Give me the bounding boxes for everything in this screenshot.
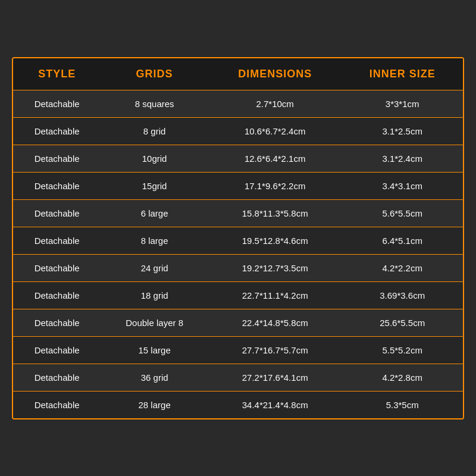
inner-size-cell: 4.2*2.8cm: [342, 364, 463, 391]
table-row: Detachable8 grid10.6*6.7*2.4cm3.1*2.5cm: [13, 117, 463, 145]
dimensions-cell: 22.4*14.8*5.8cm: [208, 309, 342, 336]
inner-size-cell: 6.4*5.1cm: [342, 227, 463, 254]
style-cell: Detachable: [13, 145, 101, 172]
inner-size-cell: 3.69*3.6cm: [342, 281, 463, 309]
grids-cell: 8 squares: [101, 90, 208, 117]
grids-cell: 15grid: [101, 172, 208, 199]
dimensions-cell: 10.6*6.7*2.4cm: [208, 117, 342, 145]
dimensions-cell: 27.7*16.7*5.7cm: [208, 336, 342, 364]
table-row: Detachable18 grid22.7*11.1*4.2cm3.69*3.6…: [13, 281, 463, 309]
inner-size-cell: 3.4*3.1cm: [342, 172, 463, 199]
dimensions-cell: 12.6*6.4*2.1cm: [208, 145, 342, 172]
grids-cell: 36 grid: [101, 364, 208, 391]
inner-size-cell: 25.6*5.5cm: [342, 309, 463, 336]
style-cell: Detachable: [13, 172, 101, 199]
inner-size-cell: 5.5*5.2cm: [342, 336, 463, 364]
grids-cell: 24 grid: [101, 254, 208, 281]
dimensions-cell: 27.2*17.6*4.1cm: [208, 364, 342, 391]
style-cell: Detachable: [13, 336, 101, 364]
table-row: Detachable8 large19.5*12.8*4.6cm6.4*5.1c…: [13, 227, 463, 254]
style-cell: Detachable: [13, 364, 101, 391]
header-style: STYLE: [13, 58, 101, 90]
grids-cell: 15 large: [101, 336, 208, 364]
inner-size-cell: 4.2*2.2cm: [342, 254, 463, 281]
header-inner-size: INNER SIZE: [342, 58, 463, 90]
dimensions-cell: 19.5*12.8*4.6cm: [208, 227, 342, 254]
dimensions-cell: 15.8*11.3*5.8cm: [208, 199, 342, 227]
inner-size-cell: 3*3*1cm: [342, 90, 463, 117]
style-cell: Detachable: [13, 254, 101, 281]
table-row: Detachable15 large27.7*16.7*5.7cm5.5*5.2…: [13, 336, 463, 364]
inner-size-cell: 5.3*5cm: [342, 391, 463, 418]
table-row: DetachableDouble layer 822.4*14.8*5.8cm2…: [13, 309, 463, 336]
dimensions-cell: 17.1*9.6*2.2cm: [208, 172, 342, 199]
table-row: Detachable6 large15.8*11.3*5.8cm5.6*5.5c…: [13, 199, 463, 227]
style-cell: Detachable: [13, 309, 101, 336]
dimensions-cell: 19.2*12.7*3.5cm: [208, 254, 342, 281]
grids-cell: Double layer 8: [101, 309, 208, 336]
inner-size-cell: 3.1*2.5cm: [342, 117, 463, 145]
table-row: Detachable36 grid27.2*17.6*4.1cm4.2*2.8c…: [13, 364, 463, 391]
table-row: Detachable24 grid19.2*12.7*3.5cm4.2*2.2c…: [13, 254, 463, 281]
dimensions-cell: 34.4*21.4*4.8cm: [208, 391, 342, 418]
table-header-row: STYLE GRIDS DIMENSIONS INNER SIZE: [13, 58, 463, 90]
table-row: Detachable8 squares2.7*10cm3*3*1cm: [13, 90, 463, 117]
header-grids: GRIDS: [101, 58, 208, 90]
dimensions-cell: 22.7*11.1*4.2cm: [208, 281, 342, 309]
style-cell: Detachable: [13, 281, 101, 309]
grids-cell: 18 grid: [101, 281, 208, 309]
grids-cell: 6 large: [101, 199, 208, 227]
product-table: STYLE GRIDS DIMENSIONS INNER SIZE Detach…: [12, 57, 464, 419]
inner-size-cell: 5.6*5.5cm: [342, 199, 463, 227]
table-row: Detachable15grid17.1*9.6*2.2cm3.4*3.1cm: [13, 172, 463, 199]
table-row: Detachable10grid12.6*6.4*2.1cm3.1*2.4cm: [13, 145, 463, 172]
header-dimensions: DIMENSIONS: [208, 58, 342, 90]
grids-cell: 8 grid: [101, 117, 208, 145]
grids-cell: 10grid: [101, 145, 208, 172]
style-cell: Detachable: [13, 199, 101, 227]
style-cell: Detachable: [13, 90, 101, 117]
inner-size-cell: 3.1*2.4cm: [342, 145, 463, 172]
grids-cell: 28 large: [101, 391, 208, 418]
grids-cell: 8 large: [101, 227, 208, 254]
dimensions-cell: 2.7*10cm: [208, 90, 342, 117]
table-row: Detachable28 large34.4*21.4*4.8cm5.3*5cm: [13, 391, 463, 418]
style-cell: Detachable: [13, 227, 101, 254]
style-cell: Detachable: [13, 391, 101, 418]
style-cell: Detachable: [13, 117, 101, 145]
